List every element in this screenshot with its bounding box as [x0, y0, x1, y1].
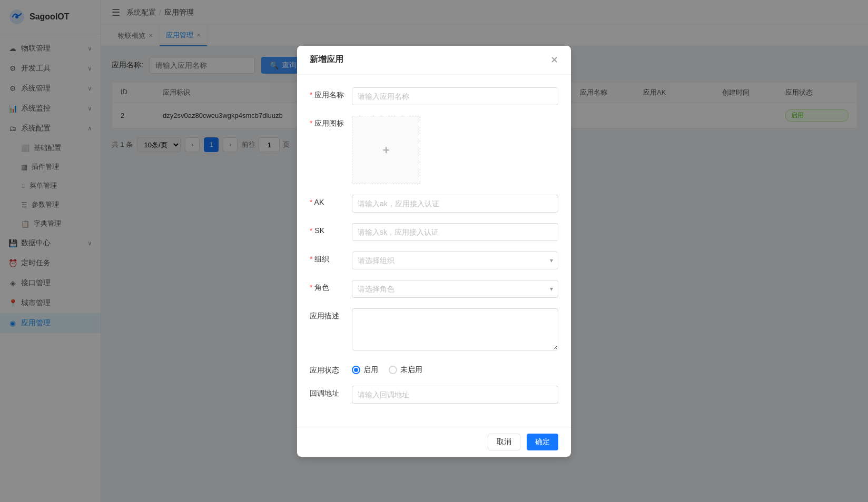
- label-role: 角色: [310, 280, 352, 293]
- control-sk: [352, 223, 558, 241]
- radio-circle-disabled: [389, 366, 397, 374]
- radio-circle-enabled: [352, 366, 360, 374]
- form-row-role: 角色 请选择角色: [310, 280, 558, 298]
- modal-header: 新增应用 ✕: [297, 46, 571, 75]
- label-sk: SK: [310, 223, 352, 235]
- modal-title: 新增应用: [310, 54, 343, 65]
- textarea-desc[interactable]: [352, 308, 558, 350]
- input-callback[interactable]: [352, 386, 558, 404]
- label-app-icon: 应用图标: [310, 116, 352, 128]
- form-row-status: 应用状态 启用 未启用: [310, 363, 558, 375]
- control-callback: [352, 386, 558, 404]
- form-row-app-icon: 应用图标 +: [310, 116, 558, 184]
- input-ak[interactable]: [352, 195, 558, 213]
- control-ak: [352, 195, 558, 213]
- confirm-button[interactable]: 确定: [527, 434, 558, 450]
- label-org: 组织: [310, 252, 352, 264]
- control-role: 请选择角色: [352, 280, 558, 298]
- form-row-org: 组织 请选择组织: [310, 252, 558, 269]
- label-desc: 应用描述: [310, 308, 352, 321]
- radio-disabled[interactable]: 未启用: [389, 365, 422, 375]
- modal-close-button[interactable]: ✕: [550, 54, 558, 66]
- input-sk[interactable]: [352, 223, 558, 241]
- modal-overlay: 新增应用 ✕ 应用名称 应用图标 + AK: [0, 0, 868, 502]
- add-app-modal: 新增应用 ✕ 应用名称 应用图标 + AK: [297, 46, 571, 457]
- form-row-app-name: 应用名称: [310, 87, 558, 105]
- input-app-name[interactable]: [352, 87, 558, 105]
- label-callback: 回调地址: [310, 386, 352, 398]
- label-app-name: 应用名称: [310, 87, 352, 100]
- radio-label-enabled: 启用: [363, 365, 378, 375]
- radio-enabled[interactable]: 启用: [352, 365, 378, 375]
- form-row-sk: SK: [310, 223, 558, 241]
- modal-body: 应用名称 应用图标 + AK: [297, 75, 571, 427]
- plus-icon: +: [382, 143, 390, 157]
- form-row-ak: AK: [310, 195, 558, 213]
- control-status: 启用 未启用: [352, 363, 558, 375]
- control-app-icon: +: [352, 116, 558, 184]
- select-org[interactable]: 请选择组织: [352, 252, 558, 269]
- control-app-name: [352, 87, 558, 105]
- cancel-button[interactable]: 取消: [488, 434, 520, 450]
- select-role[interactable]: 请选择角色: [352, 280, 558, 298]
- radio-group-status: 启用 未启用: [352, 363, 558, 375]
- form-row-desc: 应用描述: [310, 308, 558, 352]
- image-upload-area[interactable]: +: [352, 116, 420, 184]
- form-row-callback: 回调地址: [310, 386, 558, 404]
- control-desc: [352, 308, 558, 352]
- radio-label-disabled: 未启用: [400, 365, 422, 375]
- control-org: 请选择组织: [352, 252, 558, 269]
- label-ak: AK: [310, 195, 352, 206]
- label-status: 应用状态: [310, 363, 352, 375]
- modal-footer: 取消 确定: [297, 427, 571, 457]
